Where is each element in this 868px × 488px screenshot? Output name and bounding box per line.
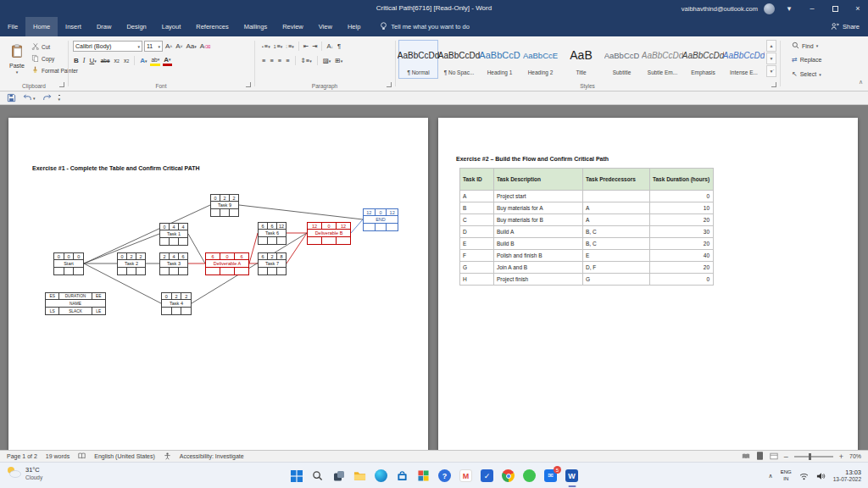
volume-icon[interactable]	[816, 469, 826, 484]
tell-me-box[interactable]: Tell me what you want to do	[380, 22, 470, 32]
font-color-button[interactable]: A▾	[163, 55, 171, 66]
close-button[interactable]: ×	[849, 0, 866, 17]
style-normal[interactable]: AaBbCcDd¶ Normal	[398, 40, 438, 79]
decrease-indent-icon[interactable]: ⇤	[303, 41, 309, 52]
zoom-slider-thumb[interactable]	[809, 453, 811, 460]
zoom-level[interactable]: 70%	[849, 453, 861, 459]
style-nospacing[interactable]: AaBbCcDd¶ No Spac...	[439, 40, 479, 79]
change-case-button[interactable]: Aa▾	[186, 41, 198, 52]
superscript-button[interactable]: x2	[123, 55, 130, 66]
taskbar-store-icon[interactable]	[395, 469, 409, 483]
tab-layout[interactable]: Layout	[154, 17, 189, 36]
subscript-button[interactable]: x2	[114, 55, 120, 66]
web-layout-icon[interactable]	[770, 452, 778, 461]
numbering-icon[interactable]: 1≡▾	[273, 41, 284, 52]
style-title[interactable]: AaBTitle	[561, 40, 601, 79]
justify-icon[interactable]: ≡	[285, 55, 290, 66]
tab-design[interactable]: Design	[119, 17, 153, 36]
taskbar-gmail-icon[interactable]: M	[459, 469, 473, 483]
tab-home[interactable]: Home	[25, 17, 58, 36]
font-name-select[interactable]: Calibri (Body)▾	[73, 41, 142, 52]
style-subtleem[interactable]: AaBbCcDdSubtle Em...	[643, 40, 682, 79]
taskbar-mail-icon[interactable]: ✉5	[543, 469, 558, 483]
word-count[interactable]: 19 words	[46, 453, 70, 459]
restore-button[interactable]	[826, 0, 843, 17]
collapse-ribbon-icon[interactable]: ∧	[859, 79, 863, 86]
language-indicator[interactable]: English (United States)	[94, 453, 155, 459]
zoom-slider[interactable]	[794, 456, 833, 458]
show-formatting-icon[interactable]: ¶	[337, 41, 342, 52]
clipboard-dialog-launcher[interactable]	[59, 82, 64, 87]
tab-review[interactable]: Review	[275, 17, 311, 36]
accessibility-status[interactable]: Accessibility: Investigate	[180, 453, 244, 459]
replace-button[interactable]: ⇄ Replace	[792, 56, 821, 64]
styles-more-icon[interactable]: ▼̄	[766, 65, 776, 77]
sort-icon[interactable]: A↓	[326, 41, 335, 52]
bold-button[interactable]: B	[73, 55, 80, 66]
underline-button[interactable]: U▾	[88, 55, 97, 66]
taskbar-chrome-icon[interactable]	[501, 469, 515, 483]
print-layout-icon[interactable]	[756, 452, 764, 461]
paragraph-dialog-launcher[interactable]	[387, 82, 392, 87]
font-dialog-launcher[interactable]	[246, 82, 251, 87]
account-email[interactable]: vaibhavthind@outlook.com	[682, 5, 758, 13]
style-intenseem[interactable]: AaBbCcDdIntense E...	[724, 40, 764, 79]
save-button[interactable]	[7, 93, 16, 103]
text-effects-button[interactable]: A▾	[139, 55, 147, 66]
tab-help[interactable]: Help	[340, 17, 368, 36]
borders-icon[interactable]: ⊞▾	[334, 55, 343, 66]
align-center-icon[interactable]: ≡	[269, 55, 274, 66]
tab-file[interactable]: File	[0, 17, 25, 36]
tab-view[interactable]: View	[311, 17, 340, 36]
paste-button[interactable]: Paste ▾	[4, 40, 30, 79]
wifi-icon[interactable]	[799, 469, 809, 484]
line-spacing-icon[interactable]: ⇕≡▾	[300, 55, 313, 66]
italic-button[interactable]: I	[82, 55, 86, 66]
zoom-out-button[interactable]: –	[784, 453, 788, 460]
taskbar-whatsapp-icon[interactable]	[522, 469, 537, 483]
style-emphasis[interactable]: AaBbCcDdEmphasis	[683, 40, 723, 79]
taskbar-file-explorer-icon[interactable]	[353, 469, 367, 483]
tab-mailings[interactable]: Mailings	[236, 17, 275, 36]
font-size-select[interactable]: 11▾	[144, 41, 163, 52]
taskbar-todo-icon[interactable]: ✓	[480, 469, 494, 483]
style-heading2[interactable]: AaBbCcEHeading 2	[520, 40, 560, 79]
align-left-icon[interactable]: ≡	[261, 55, 266, 66]
multilevel-list-icon[interactable]: ⁝≡▾	[285, 41, 295, 52]
increase-indent-icon[interactable]: ⇥	[311, 41, 318, 52]
clear-formatting-button[interactable]: A⌫	[199, 41, 211, 52]
taskbar-edge-icon[interactable]	[374, 469, 388, 483]
share-button[interactable]: Share	[831, 22, 860, 32]
bullets-icon[interactable]: •≡▾	[261, 41, 271, 52]
styles-dialog-launcher[interactable]	[771, 82, 776, 87]
avatar[interactable]	[764, 3, 775, 14]
proofing-icon[interactable]	[78, 452, 86, 460]
grow-font-button[interactable]: A˄	[164, 41, 173, 52]
minimize-button[interactable]: –	[804, 0, 821, 17]
tab-insert[interactable]: Insert	[58, 17, 89, 36]
taskbar-word-icon[interactable]: W	[565, 469, 579, 483]
page-indicator[interactable]: Page 1 of 2	[7, 453, 37, 459]
accessibility-icon[interactable]	[164, 452, 171, 461]
style-heading1[interactable]: AaBbCcDHeading 1	[480, 40, 520, 79]
strikethrough-button[interactable]: abe	[100, 55, 111, 66]
shrink-font-button[interactable]: A˅	[175, 41, 183, 52]
style-subtitle[interactable]: AaBbCcDSubtitle	[602, 40, 642, 79]
taskbar-search-icon[interactable]	[310, 469, 325, 483]
tab-draw[interactable]: Draw	[89, 17, 120, 36]
paste-dropdown-icon[interactable]: ▾	[16, 69, 19, 75]
clock[interactable]: 13:03 13-07-2022	[833, 469, 861, 483]
read-mode-icon[interactable]	[742, 452, 750, 461]
undo-button[interactable]: ▾	[23, 93, 36, 103]
align-right-icon[interactable]: ≡	[277, 55, 282, 66]
customize-qat-icon[interactable]: ▾	[58, 95, 61, 102]
tab-references[interactable]: References	[188, 17, 236, 36]
taskbar-photos-icon[interactable]	[416, 469, 431, 483]
styles-scroll-down-icon[interactable]: ▼	[766, 53, 776, 64]
taskbar-start-button[interactable]	[289, 469, 303, 483]
taskbar-get-help-icon[interactable]: ?	[437, 469, 452, 483]
tray-overflow-icon[interactable]: ∧	[769, 473, 773, 480]
styles-scroll-up-icon[interactable]: ▲	[766, 40, 776, 52]
find-button[interactable]: Find▾	[792, 42, 818, 50]
zoom-in-button[interactable]: +	[839, 453, 843, 460]
